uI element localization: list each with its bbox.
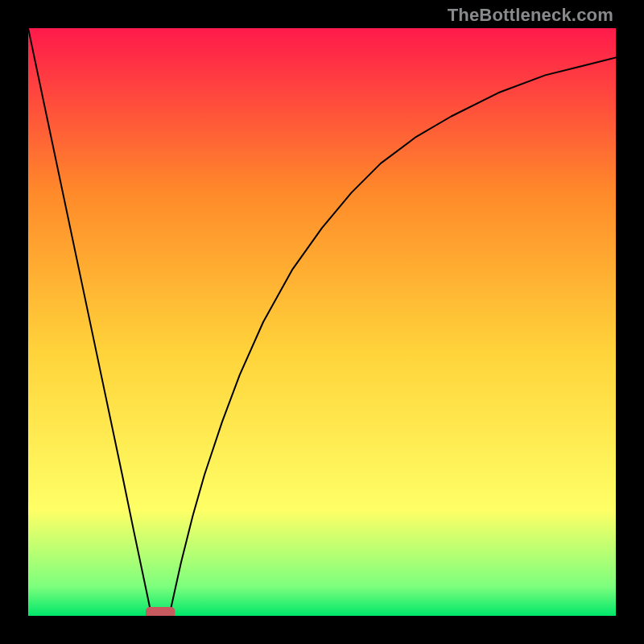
chart-frame: TheBottleneck.com bbox=[0, 0, 644, 644]
plot-area bbox=[28, 28, 616, 616]
minimum-marker bbox=[146, 607, 175, 616]
watermark-label: TheBottleneck.com bbox=[448, 5, 613, 26]
gradient-background bbox=[28, 28, 616, 616]
chart-svg bbox=[28, 28, 616, 616]
